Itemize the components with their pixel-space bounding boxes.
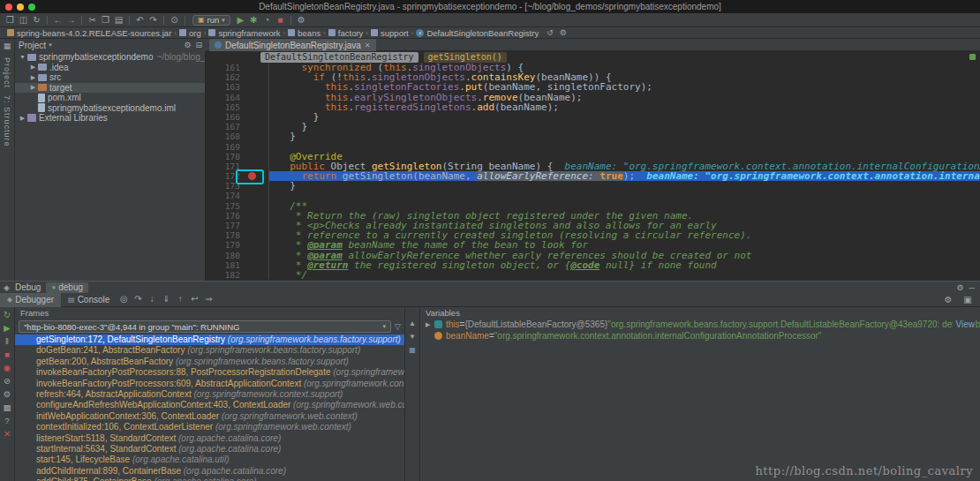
- scroll-down-icon[interactable]: ▼: [409, 333, 416, 341]
- debug-icon[interactable]: ✱: [247, 15, 260, 25]
- expander-icon[interactable]: ▶: [19, 115, 26, 122]
- stack-frame-row[interactable]: refresh:464, AbstractApplicationContext …: [15, 389, 404, 400]
- settings-icon[interactable]: ⚙: [4, 389, 11, 399]
- code-line[interactable]: 170 @Override: [206, 152, 980, 162]
- stack-frame-row[interactable]: configureAndRefreshWebApplicationContext…: [15, 400, 404, 410]
- settings-icon[interactable]: ⚙: [941, 295, 955, 304]
- code-line[interactable]: 173 }: [206, 181, 980, 191]
- code-line[interactable]: 167 }: [206, 122, 980, 132]
- stack-frame-row[interactable]: listenerStart:5118, StandardContext (org…: [15, 433, 404, 444]
- code-line[interactable]: 176 * Return the (raw) singleton object …: [206, 211, 980, 221]
- find-icon[interactable]: ⊙: [168, 15, 181, 25]
- step-over-icon[interactable]: ↷: [131, 294, 145, 307]
- code-line[interactable]: 177 * <p>Checks already instantiated sin…: [206, 221, 980, 230]
- filter-icon[interactable]: ⚙: [560, 28, 567, 37]
- breadcrumb-item[interactable]: beans: [286, 28, 322, 38]
- restore-layout-icon[interactable]: ▦: [4, 402, 11, 412]
- tool-windows-icon[interactable]: ▦: [4, 41, 11, 50]
- mute-breakpoints-icon[interactable]: ⊘: [4, 376, 11, 386]
- stack-frame-row[interactable]: start:145, LifecycleBase (org.apache.cat…: [15, 455, 404, 465]
- code-line[interactable]: 165 this.registeredSingletons.add(beanNa…: [206, 102, 980, 112]
- tab-console[interactable]: ▤Console: [61, 293, 117, 307]
- history-icon[interactable]: ↺: [547, 28, 554, 37]
- code-line[interactable]: 161 synchronized (this.singletonObjects)…: [206, 63, 980, 72]
- force-step-into-icon[interactable]: ⇓: [159, 294, 173, 307]
- breadcrumb-item[interactable]: factory: [327, 28, 366, 38]
- tree-item[interactable]: springmybatisexceptiondemo.iml: [15, 103, 205, 114]
- tab-debugger[interactable]: ◈Debugger: [0, 293, 61, 307]
- undo-icon[interactable]: ↶: [133, 15, 147, 25]
- variable-row[interactable]: ▶this = {DefaultListableBeanFactory@5365…: [420, 319, 980, 330]
- tree-item[interactable]: ▼springmybatisexceptiondemo~/blog/blog_d…: [15, 52, 205, 63]
- open-project-icon[interactable]: ❒: [4, 15, 17, 25]
- editor-tab[interactable]: DefaultSingletonBeanRegistry.java ✕: [209, 39, 376, 51]
- filter-frames-icon[interactable]: ▽: [395, 322, 401, 331]
- synchronize-icon[interactable]: ↻: [30, 15, 43, 25]
- view-link[interactable]: View: [953, 319, 976, 330]
- tree-item[interactable]: ▶src: [15, 72, 205, 83]
- show-execution-point-icon[interactable]: ◎: [117, 294, 131, 307]
- settings-icon[interactable]: ⚙: [957, 283, 964, 292]
- tree-item[interactable]: ▶target: [15, 83, 205, 94]
- expander-icon[interactable]: ▼: [19, 54, 26, 60]
- step-out-icon[interactable]: ↑: [173, 294, 187, 307]
- hide-panel-icon[interactable]: ─: [969, 283, 975, 292]
- debug-session-tab[interactable]: ● debug: [46, 282, 88, 293]
- breadcrumb-item[interactable]: springframework: [207, 28, 282, 38]
- stack-frame-row[interactable]: addChildInternal:899, ContainerBase (org…: [15, 466, 404, 477]
- code-line[interactable]: 182 */: [206, 270, 980, 280]
- breakpoint-icon[interactable]: [248, 172, 256, 180]
- variable-row[interactable]: beanName = "org.springframework.context.…: [420, 330, 980, 342]
- settings-icon[interactable]: ⚙: [184, 41, 191, 49]
- paste-icon[interactable]: ▤: [112, 15, 125, 25]
- code-line[interactable]: 168 }: [206, 132, 980, 141]
- view-breakpoints-icon[interactable]: ◉: [4, 363, 11, 372]
- code-line[interactable]: 163 this.singletonFactories.put(beanName…: [206, 82, 980, 92]
- rerun-icon[interactable]: ↻: [4, 310, 11, 319]
- code-line[interactable]: 175 /**: [206, 201, 980, 211]
- expander-icon[interactable]: ▶: [29, 74, 37, 81]
- editor-context-class[interactable]: DefaultSingletonBeanRegistry: [260, 52, 418, 63]
- editor-context-method[interactable]: getSingleton(): [424, 52, 507, 63]
- code-line[interactable]: 162 if (!this.singletonObjects.containsK…: [206, 72, 980, 82]
- stack-frame-row[interactable]: getBean:200, AbstractBeanFactory (org.sp…: [15, 357, 404, 367]
- help-icon[interactable]: ?: [4, 416, 9, 425]
- expander-icon[interactable]: ▶: [29, 84, 37, 91]
- resume-icon[interactable]: ▶: [4, 323, 10, 333]
- tool-window-button-project[interactable]: Project: [3, 57, 11, 88]
- code-line[interactable]: 179 * @param beanName the name of the be…: [206, 240, 980, 250]
- coverage-icon[interactable]: ◔: [260, 15, 274, 25]
- breadcrumb-item[interactable]: support: [369, 28, 411, 38]
- forward-icon[interactable]: →: [64, 15, 78, 25]
- code-line[interactable]: 171 public Object getSingleton(String be…: [206, 162, 980, 171]
- copy-icon[interactable]: ❐: [99, 15, 112, 25]
- expander-icon[interactable]: ▶: [426, 319, 434, 330]
- run-config-combo[interactable]: ▣run▾: [192, 15, 230, 26]
- collapse-all-icon[interactable]: ⊟: [195, 41, 202, 49]
- stack-frame-row[interactable]: addChild:875, ContainerBase (org.apache.…: [15, 477, 404, 481]
- pause-icon[interactable]: ‖: [5, 336, 9, 346]
- stop-icon[interactable]: ■: [274, 15, 287, 25]
- chevron-down-icon[interactable]: ▾: [49, 41, 52, 49]
- stop-icon[interactable]: ■: [4, 349, 10, 359]
- tool-window-button-structure[interactable]: 7: Structure: [3, 95, 11, 147]
- save-all-icon[interactable]: ◫: [17, 15, 30, 25]
- stack-frame-row[interactable]: startInternal:5634, StandardContext (org…: [15, 444, 404, 455]
- step-into-icon[interactable]: ↓: [145, 294, 159, 307]
- code-editor[interactable]: DefaultSingletonBeanRegistry getSingleto…: [206, 51, 980, 281]
- close-icon[interactable]: ✕: [4, 429, 11, 439]
- project-panel-title[interactable]: Project: [19, 41, 46, 50]
- breadcrumb-item[interactable]: cDefaultSingletonBeanRegistry: [414, 28, 540, 38]
- tree-item[interactable]: ▶External Libraries: [15, 113, 205, 124]
- run-icon[interactable]: ▶: [234, 15, 247, 25]
- stack-frame-row[interactable]: getSingleton:172, DefaultSingletonBeanRe…: [15, 334, 404, 345]
- breadcrumb-item[interactable]: spring-beans-4.0.2.RELEASE-sources.jar: [5, 28, 173, 38]
- code-line[interactable]: 178 * reference to a currently created s…: [206, 230, 980, 240]
- code-line[interactable]: 169: [206, 142, 980, 152]
- drop-frame-icon[interactable]: ↩: [187, 294, 201, 307]
- breadcrumb-item[interactable]: org: [177, 28, 203, 38]
- code-line[interactable]: 172 return getSingleton(beanName, allowE…: [206, 171, 980, 181]
- run-to-cursor-icon[interactable]: ⇒: [201, 294, 215, 307]
- code-line[interactable]: 166 }: [206, 112, 980, 122]
- stack-frame-row[interactable]: invokeBeanFactoryPostProcessors:88, Post…: [15, 367, 404, 378]
